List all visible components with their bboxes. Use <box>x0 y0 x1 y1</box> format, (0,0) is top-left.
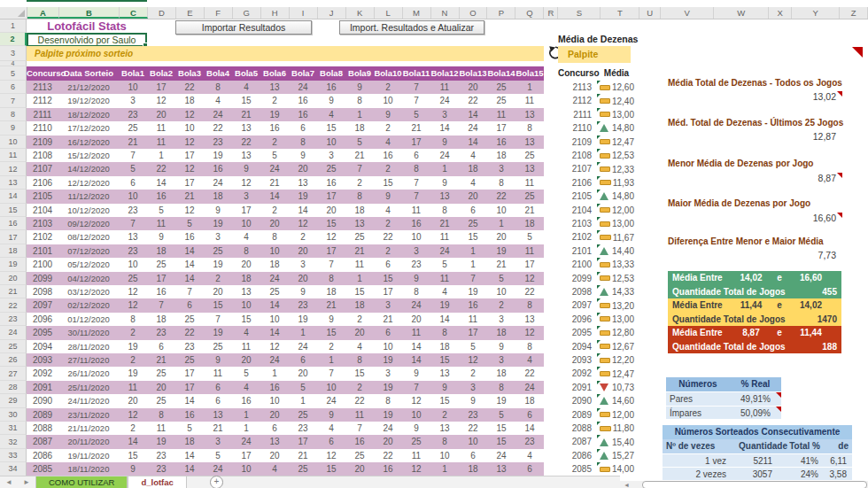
table-row[interactable]: 209125/11/20201120176416510219793824 <box>27 381 544 394</box>
table-row[interactable]: 210511/12/202010162118314191789713202225 <box>27 190 544 203</box>
media-row[interactable]: 208811,80 <box>558 422 636 435</box>
row-header-1[interactable]: 1 <box>0 19 27 33</box>
row-header-18[interactable]: 18 <box>0 244 27 258</box>
column-header-I[interactable]: I <box>290 7 318 19</box>
row-header-2[interactable]: 2 <box>0 33 27 46</box>
select-all-corner[interactable] <box>0 7 27 19</box>
media-row[interactable]: 210313,00 <box>558 217 636 230</box>
row-header-20[interactable]: 20 <box>0 272 27 285</box>
row-header-21[interactable]: 21 <box>0 285 27 298</box>
row-header-17[interactable]: 17 <box>0 230 27 244</box>
row-header-6[interactable]: 6 <box>0 81 27 94</box>
column-header-R[interactable]: R <box>544 7 558 19</box>
table-row[interactable]: 210005/12/20201025141920183711623512117 <box>27 258 544 271</box>
column-header-S[interactable]: S <box>558 7 601 19</box>
column-header-M[interactable]: M <box>403 7 431 19</box>
column-header-U[interactable]: U <box>639 7 661 19</box>
media-row[interactable]: 209412,67 <box>558 340 636 353</box>
palpite-cell[interactable]: Palpite <box>558 46 631 63</box>
row-header-27[interactable]: 27 <box>0 367 27 380</box>
media-row[interactable]: 210812,53 <box>558 149 636 162</box>
table-row[interactable]: 209226/11/2020192517115120715391321822 <box>27 367 544 380</box>
media-row[interactable]: 209110,73 <box>558 381 636 394</box>
tab-nav-right-icon[interactable]: ► <box>18 478 35 486</box>
row-header-23[interactable]: 23 <box>0 313 27 326</box>
column-header-E[interactable]: E <box>176 7 205 19</box>
media-row[interactable]: 210611,93 <box>558 176 636 190</box>
media-row[interactable]: 208715,40 <box>558 435 636 448</box>
column-header-Z[interactable]: Z <box>840 7 868 19</box>
scrollbar-thumb[interactable] <box>642 481 867 488</box>
media-row[interactable]: 209713,20 <box>558 298 636 312</box>
row-header-34[interactable]: 34 <box>0 462 27 476</box>
column-header-D[interactable]: D <box>148 7 176 19</box>
column-header-X[interactable]: X <box>769 7 792 19</box>
column-header-W[interactable]: W <box>714 7 769 19</box>
media-row[interactable]: 211312,60 <box>558 81 636 94</box>
media-row[interactable]: 211014,80 <box>558 121 636 135</box>
column-header-N[interactable]: N <box>431 7 460 19</box>
table-row[interactable]: 210107/12/202023181425810201721232411911 <box>27 244 544 258</box>
tab-como-utilizar[interactable]: COMO UTILIZAR <box>35 476 128 488</box>
table-row[interactable]: 208923/11/2020128161312025911191022356 <box>27 408 544 422</box>
column-header-P[interactable]: P <box>487 7 515 19</box>
media-row[interactable]: 209014,60 <box>558 394 636 407</box>
row-header-28[interactable]: 28 <box>0 381 27 394</box>
media-row[interactable]: 210912,47 <box>558 136 636 149</box>
tab-nav-left-icon[interactable]: ◄ <box>0 478 18 486</box>
row-header-16[interactable]: 16 <box>0 217 27 230</box>
table-row[interactable]: 211219/12/2020312184152169810724222511 <box>27 94 544 107</box>
table-row[interactable]: 209428/11/2020196232511122424101418598 <box>27 340 544 353</box>
row-header-29[interactable]: 29 <box>0 394 27 407</box>
table-row[interactable]: 209601/12/20208182571510199221201411313 <box>27 313 544 326</box>
media-row[interactable]: 211212,40 <box>558 94 636 107</box>
row-header-12[interactable]: 12 <box>0 162 27 175</box>
media-row[interactable]: 209912,53 <box>558 272 636 285</box>
table-row[interactable]: 209530/11/20202232219414115206118171812 <box>27 326 544 339</box>
media-row[interactable]: 208615,27 <box>558 449 636 462</box>
media-row[interactable]: 208912,00 <box>558 408 636 422</box>
table-row[interactable]: 211017/12/202025111022131661518221142417… <box>27 121 544 135</box>
table-row[interactable]: 210410/12/2020235129172142018411861021 <box>27 204 544 217</box>
row-header-7[interactable]: 7 <box>0 94 27 107</box>
row-header-3[interactable]: 3 <box>0 46 27 61</box>
horizontal-scrollbar[interactable]: ◄ <box>620 481 868 488</box>
media-row[interactable]: 210412,00 <box>558 204 636 217</box>
table-row[interactable]: 210309/12/202071151910201215132162125118 <box>27 217 544 230</box>
table-row[interactable]: 210916/12/20202111122322281054179141613 <box>27 136 544 149</box>
table-row[interactable]: 209024/11/202020251461610124228121591918 <box>27 394 544 407</box>
column-header-K[interactable]: K <box>346 7 375 19</box>
row-header-31[interactable]: 31 <box>0 422 27 435</box>
table-row[interactable]: 210815/12/202071171913593211662441825 <box>27 149 544 162</box>
media-row[interactable]: 210712,33 <box>558 162 636 175</box>
table-row[interactable]: 210714/12/202052212169242025728118313 <box>27 162 544 175</box>
table-row[interactable]: 209904/12/2020251714218242081159117512 <box>27 272 544 285</box>
column-header-T[interactable]: T <box>601 7 639 19</box>
row-header-14[interactable]: 14 <box>0 190 27 203</box>
media-row[interactable]: 208514,00 <box>558 462 636 476</box>
import-and-update-button[interactable]: Import. Resultados e Atualizar <box>339 20 484 35</box>
selected-cell-developer-credit[interactable]: Desenvolvido por Saulo Alves <box>27 33 147 47</box>
row-header-13[interactable]: 13 <box>0 176 27 190</box>
column-headers[interactable]: ABCDEFGHIJKLMNOPQRSTUVWXYZ <box>0 7 868 19</box>
column-header-J[interactable]: J <box>318 7 346 19</box>
table-row[interactable]: 210612/12/2020614172412211316215794811 <box>27 176 544 190</box>
media-row[interactable]: 209814,33 <box>558 285 636 298</box>
row-header-10[interactable]: 10 <box>0 136 27 149</box>
table-row[interactable]: 208821/11/202021152116234724913221514 <box>27 422 544 435</box>
column-header-H[interactable]: H <box>261 7 290 19</box>
import-results-button[interactable]: Importar Resultados <box>175 20 312 35</box>
scroll-left-icon[interactable]: ◄ <box>624 482 630 488</box>
table-row[interactable]: 208518/11/202092314241042515201612118136 <box>27 462 544 476</box>
media-row[interactable]: 209312,20 <box>558 353 636 367</box>
media-row[interactable]: 209212,47 <box>558 367 636 380</box>
column-header-G[interactable]: G <box>233 7 261 19</box>
column-header-V[interactable]: V <box>661 7 714 19</box>
column-header-C[interactable]: C <box>120 7 148 19</box>
row-header-9[interactable]: 9 <box>0 121 27 135</box>
table-row[interactable]: 211321/12/2020101722841324169271120251 <box>27 81 544 94</box>
row-header-22[interactable]: 22 <box>0 298 27 312</box>
media-row[interactable]: 210514,80 <box>558 190 636 203</box>
media-row[interactable]: 210114,40 <box>558 244 636 258</box>
column-header-Q[interactable]: Q <box>515 7 544 19</box>
